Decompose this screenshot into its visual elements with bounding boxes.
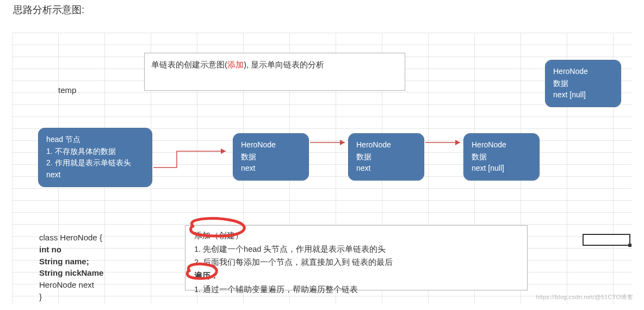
- node-line: next [null]: [472, 163, 531, 175]
- node-line: HeroNode: [472, 139, 531, 151]
- hero-node-3: HeroNode 数据 next [null]: [463, 133, 540, 181]
- explain-line: 2. 后面我们每添加一个节点，就直接加入到 链表的最后: [194, 256, 518, 269]
- title-red: 添加: [227, 60, 244, 69]
- node-line: next [null]: [553, 89, 613, 101]
- explain-line: 1. 先创建一个head 头节点，作用就是表示单链表的头: [194, 243, 518, 256]
- node-line: HeroNode: [553, 66, 613, 78]
- node-line: HeroNode: [356, 139, 416, 151]
- code-line: String name;: [39, 256, 103, 268]
- node-line: 数据: [553, 78, 613, 90]
- code-line: HeroNode next: [39, 279, 103, 291]
- head-node-line: 2. 作用就是表示单链表头: [46, 157, 144, 169]
- head-node-line: next: [46, 169, 144, 181]
- title-suffix: ), 显示单向链表的分析: [244, 60, 324, 69]
- explanation-box: 添加（创建） 1. 先创建一个head 头节点，作用就是表示单链表的头 2. 后…: [185, 225, 528, 290]
- code-line: int no: [39, 244, 103, 256]
- head-node: head 节点 1. 不存放具体的数据 2. 作用就是表示单链表头 next: [38, 128, 152, 187]
- node-line: next: [356, 163, 416, 175]
- explain-line: 添加（创建）: [194, 229, 518, 243]
- head-node-line: head 节点: [46, 134, 144, 146]
- class-definition: class HeroNode { int no String name; Str…: [39, 232, 103, 303]
- node-line: 数据: [356, 151, 416, 163]
- watermark: https://blog.csdn.net/@51CTO博客: [536, 293, 633, 301]
- diagram-title-box: 单链表的创建示意图(添加), 显示单向链表的分析: [144, 53, 405, 91]
- head-node-line: 1. 不存放具体的数据: [46, 146, 144, 158]
- title-prefix: 单链表的创建示意图(: [151, 60, 227, 69]
- selected-cell[interactable]: [583, 234, 630, 246]
- hero-node-standalone: HeroNode 数据 next [null]: [545, 60, 621, 107]
- node-line: HeroNode: [241, 139, 301, 151]
- code-line: String nickName: [39, 267, 103, 279]
- code-line: class HeroNode {: [39, 232, 103, 244]
- explain-line: 1. 通过一个辅助变量遍历，帮助遍历整个链表: [194, 283, 518, 296]
- code-line: }: [39, 291, 103, 303]
- page-title: 思路分析示意图:: [13, 3, 84, 16]
- node-line: 数据: [241, 151, 301, 163]
- hero-node-2: HeroNode 数据 next: [348, 133, 424, 181]
- node-line: next: [241, 163, 301, 175]
- node-line: 数据: [472, 151, 531, 163]
- temp-label: temp: [58, 85, 76, 95]
- explain-line: 遍历：: [194, 269, 518, 283]
- hero-node-1: HeroNode 数据 next: [233, 133, 309, 181]
